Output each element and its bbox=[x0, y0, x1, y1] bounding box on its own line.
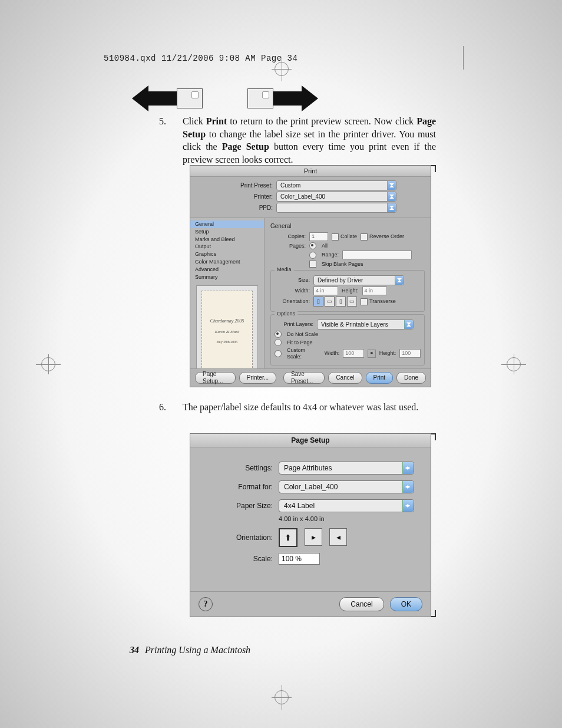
media-width-input[interactable]: 4 in bbox=[313, 286, 338, 295]
chevron-updown-icon bbox=[402, 500, 414, 512]
label-print-preset: Print Preset: bbox=[196, 182, 276, 189]
orientation-landscape-left-icon[interactable]: ▸ bbox=[305, 528, 322, 546]
label-pages: Pages: bbox=[270, 243, 306, 249]
copies-input[interactable]: 1 bbox=[309, 232, 328, 241]
label-all: All bbox=[322, 243, 328, 249]
panel-heading: General bbox=[270, 223, 425, 230]
registration-mark-icon bbox=[41, 357, 55, 371]
chevron-updown-icon bbox=[387, 192, 396, 201]
help-button[interactable]: ? bbox=[199, 597, 213, 611]
print-layers-select[interactable]: Visible & Printable Layers bbox=[317, 319, 414, 330]
label-transverse: Transverse bbox=[369, 298, 396, 304]
dialog-title: Print bbox=[190, 166, 431, 177]
sidebar-item-general[interactable]: General bbox=[190, 220, 264, 228]
sidebar-item-graphics[interactable]: Graphics bbox=[190, 251, 264, 258]
print-dialog: Print Print Preset: Custom Printer: Colo… bbox=[190, 165, 431, 387]
custom-scale-height-input[interactable]: 100 bbox=[399, 349, 421, 358]
orientation-portrait-icon[interactable]: ⬆ bbox=[279, 528, 297, 547]
page-setup-dialog: Page Setup Settings: Page Attributes For… bbox=[190, 433, 431, 617]
registration-mark-icon bbox=[275, 62, 289, 76]
format-for-select[interactable]: Color_Label_400 bbox=[279, 480, 414, 493]
label-do-not-scale: Do Not Scale bbox=[287, 331, 318, 338]
label-height: Height: bbox=[342, 288, 359, 294]
printer-button[interactable]: Printer... bbox=[239, 372, 276, 384]
label-width: Width: bbox=[275, 288, 310, 294]
sidebar-item-advanced[interactable]: Advanced bbox=[190, 266, 264, 274]
custom-scale-radio[interactable] bbox=[275, 350, 282, 357]
label-size: Size: bbox=[275, 277, 310, 284]
paper-size-subtext: 4.00 in x 4.00 in bbox=[279, 516, 419, 522]
footer-title: Printing Using a Macintosh bbox=[145, 645, 250, 655]
save-preset-button[interactable]: Save Preset... bbox=[283, 372, 325, 384]
orientation-landscape-right-icon[interactable]: ◂ bbox=[329, 528, 347, 546]
chevron-updown-icon bbox=[402, 481, 414, 493]
step-6-text: The paper/label size defaults to 4x4 or … bbox=[183, 401, 436, 414]
label-fit-to-page: Fit to Page bbox=[287, 340, 313, 346]
prev-arrow-icon[interactable] bbox=[132, 85, 203, 111]
print-category-list: General Setup Marks and Bleed Output Gra… bbox=[190, 218, 265, 383]
sidebar-item-colormgmt[interactable]: Color Management bbox=[190, 258, 264, 266]
registration-mark-icon bbox=[507, 357, 521, 371]
collate-checkbox[interactable] bbox=[332, 233, 339, 241]
label-orientation: Orientation: bbox=[202, 534, 279, 541]
page-setup-button[interactable]: Page Setup... bbox=[195, 372, 236, 384]
page-number: 34 bbox=[130, 645, 139, 655]
pages-range-radio[interactable] bbox=[309, 252, 316, 259]
label-settings: Settings: bbox=[202, 465, 279, 472]
chevron-updown-icon bbox=[395, 276, 404, 285]
chevron-updown-icon bbox=[387, 203, 396, 212]
label-custom-scale: Custom Scale: bbox=[287, 347, 321, 360]
fieldset-options: Options bbox=[275, 311, 297, 317]
label-collate: Collate bbox=[340, 233, 357, 239]
label-print-layers: Print Layers: bbox=[275, 321, 313, 328]
range-input[interactable] bbox=[342, 251, 412, 259]
sidebar-item-setup[interactable]: Setup bbox=[190, 228, 264, 236]
orientation-portrait-icon[interactable]: ▯ bbox=[313, 297, 323, 307]
scale-input[interactable]: 100 % bbox=[279, 553, 320, 565]
pages-all-radio[interactable] bbox=[309, 242, 316, 249]
label-orientation: Orientation: bbox=[275, 298, 310, 305]
chevron-updown-icon bbox=[404, 320, 413, 329]
label-cs-height: Height: bbox=[379, 350, 396, 357]
print-button[interactable]: Print bbox=[366, 372, 394, 384]
label-ppd: PPD: bbox=[196, 205, 276, 212]
do-not-scale-radio[interactable] bbox=[275, 331, 282, 338]
label-scale: Scale: bbox=[202, 555, 279, 562]
orientation-rev-portrait-icon[interactable]: ▯ bbox=[336, 297, 346, 307]
sidebar-item-marks[interactable]: Marks and Bleed bbox=[190, 236, 264, 243]
chevron-updown-icon bbox=[402, 462, 414, 474]
chevron-updown-icon bbox=[387, 181, 396, 190]
transverse-checkbox[interactable] bbox=[361, 298, 368, 305]
printer-select[interactable]: Color_Label_400 bbox=[276, 192, 396, 202]
label-cs-width: Width: bbox=[325, 350, 340, 357]
skip-blank-checkbox[interactable] bbox=[309, 261, 316, 268]
label-range: Range: bbox=[322, 252, 339, 258]
sidebar-item-summary[interactable]: Summary bbox=[190, 274, 264, 281]
sidebar-item-output[interactable]: Output bbox=[190, 243, 264, 251]
orientation-rev-landscape-icon[interactable]: ▭ bbox=[347, 297, 357, 307]
media-height-input[interactable]: 4 in bbox=[362, 286, 387, 295]
next-arrow-icon[interactable] bbox=[247, 85, 318, 111]
label-skip-blank: Skip Blank Pages bbox=[322, 261, 363, 268]
fieldset-media: Media bbox=[275, 266, 294, 273]
cancel-button[interactable]: Cancel bbox=[339, 597, 384, 611]
label-paper-size: Paper Size: bbox=[202, 502, 279, 509]
fit-to-page-radio[interactable] bbox=[275, 339, 282, 346]
paper-size-select[interactable]: 4x4 Label bbox=[279, 499, 414, 512]
ppd-select[interactable] bbox=[276, 203, 396, 213]
media-size-select[interactable]: Defined by Driver bbox=[313, 275, 404, 285]
settings-select[interactable]: Page Attributes bbox=[279, 462, 414, 475]
slug-line: 510984.qxd 11/21/2006 9:08 AM Page 34 bbox=[104, 54, 297, 62]
orientation-landscape-icon[interactable]: ▭ bbox=[325, 297, 335, 307]
print-preview-thumbnail: Chardonnay 2005 Karen & Mark July 29th 2… bbox=[196, 285, 258, 376]
label-format-for: Format for: bbox=[202, 483, 279, 490]
label-printer: Printer: bbox=[196, 193, 276, 200]
print-preset-select[interactable]: Custom bbox=[276, 180, 396, 190]
cancel-button[interactable]: Cancel bbox=[328, 372, 362, 384]
done-button[interactable]: Done bbox=[396, 372, 426, 384]
link-icon[interactable]: ⚭ bbox=[368, 350, 376, 358]
registration-mark-icon bbox=[275, 690, 289, 704]
reverse-checkbox[interactable] bbox=[361, 233, 368, 241]
custom-scale-width-input[interactable]: 100 bbox=[343, 349, 364, 358]
ok-button[interactable]: OK bbox=[390, 597, 422, 611]
